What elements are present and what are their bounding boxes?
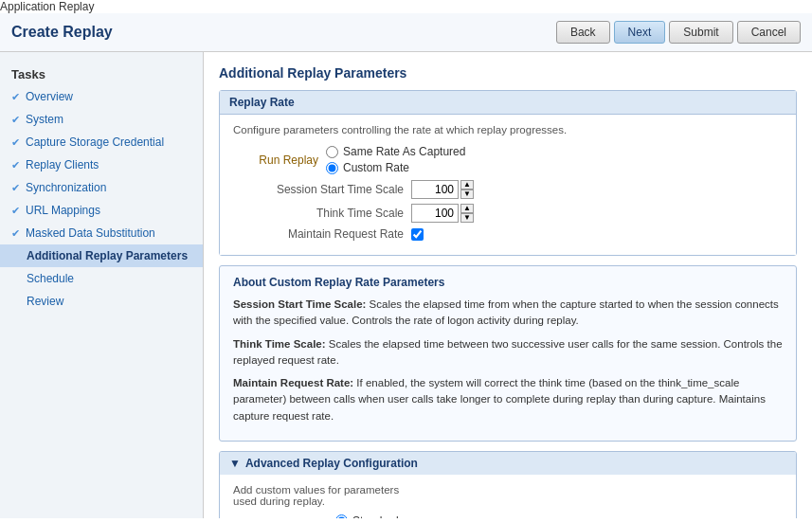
radio-custom-rate-label: Custom Rate: [343, 161, 409, 174]
header-bar: Create Replay Back Next Submit Cancel: [0, 13, 812, 52]
adv-desc: Add custom values for parametersused dur…: [233, 484, 783, 507]
run-replay-label: Run Replay: [233, 153, 318, 167]
replay-rate-panel: Replay Rate Configure parameters control…: [219, 90, 797, 256]
checkmark-icon: ✔: [11, 205, 20, 217]
about-item-2: Maintain Request Rate: If enabled, the s…: [233, 375, 783, 424]
think-time-down[interactable]: ▼: [460, 213, 474, 223]
cancel-button[interactable]: Cancel: [737, 21, 801, 44]
submit-button[interactable]: Submit: [669, 21, 732, 44]
think-time-input-wrap: ▲ ▼: [411, 204, 474, 223]
think-time-row: Think Time Scale ▲ ▼: [243, 204, 783, 223]
think-time-input[interactable]: [411, 204, 459, 223]
adv-setting-row: Advanced Settings Standard Custom: [233, 514, 783, 518]
adv-radio-standard-input[interactable]: [335, 514, 348, 518]
session-start-spinner: ▲ ▼: [460, 180, 474, 199]
sidebar-item-masked-data[interactable]: ✔Masked Data Substitution: [0, 222, 203, 244]
radio-custom-rate-input[interactable]: [326, 162, 338, 174]
app-title-bar: Application Replay: [0, 0, 812, 13]
adv-radio-group: Standard Custom: [335, 514, 399, 518]
maintain-request-label: Maintain Request Rate: [243, 227, 404, 241]
sidebar-item-label-replay-clients: Replay Clients: [26, 158, 99, 171]
sidebar-item-label-system: System: [26, 113, 63, 126]
app-title: Application Replay: [0, 0, 94, 13]
radio-same-rate-input[interactable]: [326, 146, 338, 158]
advanced-header[interactable]: ▼ Advanced Replay Configuration: [220, 452, 796, 475]
sidebar-item-url-mappings[interactable]: ✔URL Mappings: [0, 199, 203, 222]
replay-rate-desc: Configure parameters controlling the rat…: [233, 124, 783, 135]
sidebar-item-label-review: Review: [27, 295, 63, 308]
sidebar-item-overview[interactable]: ✔Overview: [0, 85, 203, 108]
sidebar-item-system[interactable]: ✔System: [0, 108, 203, 131]
sidebar-item-synchronization[interactable]: ✔Synchronization: [0, 176, 203, 199]
think-time-label: Think Time Scale: [243, 207, 404, 220]
sidebar-item-label-masked-data: Masked Data Substitution: [26, 226, 155, 240]
think-time-up[interactable]: ▲: [460, 204, 474, 213]
sidebar-item-label-overview: Overview: [26, 90, 73, 103]
session-start-input-wrap: ▲ ▼: [411, 180, 474, 199]
adv-radio-standard-label: Standard: [352, 514, 399, 518]
run-replay-row: Run Replay Same Rate As Captured Custom …: [233, 145, 783, 174]
sidebar-item-review[interactable]: Review: [0, 290, 203, 313]
sidebar: Tasks ✔Overview✔System✔Capture Storage C…: [0, 52, 204, 518]
checkmark-icon: ✔: [11, 114, 20, 126]
session-start-input[interactable]: [411, 180, 459, 199]
sidebar-item-label-additional-replay: Additional Replay Parameters: [27, 249, 188, 262]
sidebar-item-label-capture-storage: Capture Storage Credential: [26, 135, 164, 149]
advanced-section: ▼ Advanced Replay Configuration Add cust…: [219, 451, 797, 518]
adv-setting-label: Advanced Settings: [233, 516, 328, 518]
sidebar-item-schedule[interactable]: Schedule: [0, 267, 203, 290]
main-layout: Tasks ✔Overview✔System✔Capture Storage C…: [0, 52, 812, 518]
sidebar-item-replay-clients[interactable]: ✔Replay Clients: [0, 153, 203, 176]
advanced-chevron: ▼: [229, 457, 241, 470]
advanced-body: Add custom values for parametersused dur…: [220, 475, 796, 518]
radio-same-rate[interactable]: Same Rate As Captured: [326, 145, 465, 158]
page-title: Create Replay: [11, 24, 113, 41]
replay-rate-panel-body: Configure parameters controlling the rat…: [220, 115, 796, 255]
header-buttons: Back Next Submit Cancel: [556, 21, 801, 44]
sidebar-item-additional-replay[interactable]: Additional Replay Parameters: [0, 244, 203, 267]
sidebar-item-capture-storage[interactable]: ✔Capture Storage Credential: [0, 131, 203, 153]
content-section-title: Additional Replay Parameters: [219, 65, 797, 81]
content-area: Additional Replay Parameters Replay Rate…: [204, 52, 812, 518]
sidebar-item-label-schedule: Schedule: [27, 272, 74, 285]
adv-radio-standard[interactable]: Standard: [335, 514, 399, 518]
about-item-0: Session Start Time Scale: Scales the ela…: [233, 297, 783, 330]
about-item-1: Think Time Scale: Scales the elapsed tim…: [233, 336, 783, 370]
next-button[interactable]: Next: [614, 21, 666, 44]
maintain-request-checkbox[interactable]: [411, 228, 424, 241]
session-start-label: Session Start Time Scale: [243, 183, 404, 196]
think-time-spinner: ▲ ▼: [460, 204, 474, 223]
replay-rate-panel-header: Replay Rate: [220, 91, 796, 115]
maintain-request-checkbox-wrap: [411, 228, 424, 241]
session-start-row: Session Start Time Scale ▲ ▼: [243, 180, 783, 199]
about-panel-title: About Custom Replay Rate Parameters: [233, 276, 783, 289]
sidebar-item-label-url-mappings: URL Mappings: [26, 204, 100, 217]
back-button[interactable]: Back: [556, 21, 610, 44]
about-panel: About Custom Replay Rate Parameters Sess…: [219, 265, 797, 442]
checkmark-icon: ✔: [11, 182, 20, 194]
radio-custom-rate[interactable]: Custom Rate: [326, 161, 465, 174]
checkmark-icon: ✔: [11, 159, 20, 171]
checkmark-icon: ✔: [11, 91, 20, 103]
session-start-up[interactable]: ▲: [460, 180, 474, 189]
sidebar-section-title: Tasks: [0, 62, 203, 85]
maintain-request-row: Maintain Request Rate: [243, 227, 783, 241]
sidebar-item-label-synchronization: Synchronization: [26, 181, 106, 194]
advanced-title: Advanced Replay Configuration: [245, 457, 418, 470]
session-start-down[interactable]: ▼: [460, 189, 474, 199]
radio-same-rate-label: Same Rate As Captured: [343, 145, 465, 158]
checkmark-icon: ✔: [11, 136, 20, 149]
run-replay-radio-group: Same Rate As Captured Custom Rate: [326, 145, 465, 174]
checkmark-icon: ✔: [11, 227, 20, 240]
